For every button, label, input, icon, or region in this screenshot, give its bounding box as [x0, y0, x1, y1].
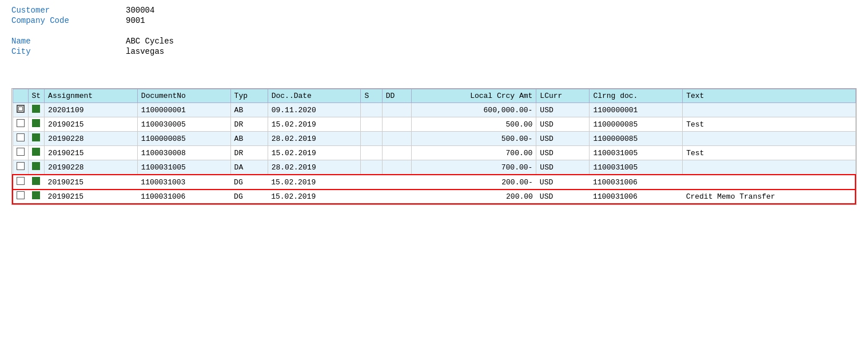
cell-assignment: 20190228 [45, 160, 138, 175]
row-checkbox-cell[interactable] [13, 103, 28, 117]
status-green-icon [32, 191, 40, 199]
customer-label: Customer [11, 6, 126, 15]
company-code-row: Company Code 9001 [11, 16, 857, 25]
cell-typ: DR [230, 146, 268, 160]
checkbox-icon[interactable] [17, 105, 25, 113]
col-header-s: S [361, 89, 382, 103]
cell-assignment: 20190215 [45, 190, 138, 204]
cell-text [683, 103, 855, 117]
col-header-clrng-doc: Clrng doc. [590, 89, 683, 103]
row-checkbox-cell[interactable] [13, 175, 28, 190]
city-row: City lasvegas [11, 47, 857, 56]
cell-text [683, 132, 855, 146]
cell-typ: DR [230, 117, 268, 132]
col-header-lcurr: LCurr [536, 89, 590, 103]
cell-text [683, 175, 855, 190]
city-label: City [11, 47, 126, 56]
cell-doc_date: 28.02.2019 [268, 160, 361, 175]
cell-documentno: 1100000001 [137, 103, 230, 117]
checkbox-icon[interactable] [17, 133, 25, 141]
cell-typ: AB [230, 132, 268, 146]
table-row: 201902151100031006DG15.02.2019200.00USD1… [13, 190, 855, 204]
col-header-typ: Typ [230, 89, 268, 103]
cell-s [361, 103, 382, 117]
cell-s [361, 117, 382, 132]
data-table: St Assignment DocumentNo Typ Doc..Date S… [12, 89, 856, 204]
cell-typ: DA [230, 160, 268, 175]
cell-text: Credit Memo Transfer [683, 190, 855, 204]
status-cell [28, 132, 45, 146]
cell-documentno: 1100030008 [137, 146, 230, 160]
cell-documentno: 1100000085 [137, 132, 230, 146]
col-header-checkbox [13, 89, 28, 103]
cell-clrng_doc: 1100000085 [590, 117, 683, 132]
cell-s [361, 190, 382, 204]
table-row: 201902151100030005DR15.02.2019500.00USD1… [13, 117, 855, 132]
cell-text: Test [683, 146, 855, 160]
row-checkbox-cell[interactable] [13, 190, 28, 204]
cell-doc_date: 09.11.2020 [268, 103, 361, 117]
status-cell [28, 175, 45, 190]
row-checkbox-cell[interactable] [13, 146, 28, 160]
table-row: 201902151100031003DG15.02.2019200.00-USD… [13, 175, 855, 190]
cell-typ: DG [230, 175, 268, 190]
checkbox-icon[interactable] [17, 119, 25, 127]
customer-value: 300004 [126, 6, 154, 15]
cell-documentno: 1100030005 [137, 117, 230, 132]
table-row: 201902281100031005DA28.02.2019700.00-USD… [13, 160, 855, 175]
checkbox-icon[interactable] [17, 148, 25, 156]
status-cell [28, 190, 45, 204]
cell-documentno: 1100031005 [137, 160, 230, 175]
row-checkbox-cell[interactable] [13, 132, 28, 146]
name-row: Name ABC Cycles [11, 37, 857, 46]
customer-row: Customer 300004 [11, 6, 857, 15]
checkbox-icon[interactable] [17, 191, 25, 199]
cell-doc_date: 15.02.2019 [268, 146, 361, 160]
cell-local_crcy_amt: 200.00- [411, 175, 536, 190]
cell-lcurr: USD [536, 160, 590, 175]
cell-lcurr: USD [536, 132, 590, 146]
cell-s [361, 175, 382, 190]
status-cell [28, 117, 45, 132]
cell-documentno: 1100031006 [137, 190, 230, 204]
cell-typ: AB [230, 103, 268, 117]
cell-assignment: 20190215 [45, 117, 138, 132]
cell-lcurr: USD [536, 103, 590, 117]
status-green-icon [32, 105, 40, 113]
row-checkbox-cell[interactable] [13, 160, 28, 175]
company-code-value: 9001 [126, 16, 145, 25]
status-cell [28, 146, 45, 160]
table-row: 201902281100000085AB28.02.2019500.00-USD… [13, 132, 855, 146]
cell-doc_date: 28.02.2019 [268, 132, 361, 146]
col-header-assignment: Assignment [45, 89, 138, 103]
main-page: Customer 300004 Company Code 9001 Name A… [0, 0, 868, 355]
cell-assignment: 20190215 [45, 146, 138, 160]
company-code-label: Company Code [11, 16, 126, 25]
col-header-doc-date: Doc..Date [268, 89, 361, 103]
checkbox-icon[interactable] [17, 162, 25, 170]
cell-dd [382, 146, 411, 160]
cell-typ: DG [230, 190, 268, 204]
cell-clrng_doc: 1100000001 [590, 103, 683, 117]
cell-local_crcy_amt: 500.00 [411, 117, 536, 132]
cell-clrng_doc: 1100031006 [590, 175, 683, 190]
cell-doc_date: 15.02.2019 [268, 117, 361, 132]
checkbox-icon[interactable] [17, 177, 25, 185]
cell-clrng_doc: 1100031006 [590, 190, 683, 204]
cell-clrng_doc: 1100031005 [590, 160, 683, 175]
data-table-container: St Assignment DocumentNo Typ Doc..Date S… [11, 88, 857, 205]
cell-doc_date: 15.02.2019 [268, 190, 361, 204]
status-green-icon [32, 133, 40, 141]
table-row: 201902151100030008DR15.02.2019700.00USD1… [13, 146, 855, 160]
table-body: 202011091100000001AB09.11.2020600,000.00… [13, 103, 855, 204]
cell-local_crcy_amt: 700.00- [411, 160, 536, 175]
cell-local_crcy_amt: 700.00 [411, 146, 536, 160]
col-header-local-crcy-amt: Local Crcy Amt [411, 89, 536, 103]
cell-dd [382, 160, 411, 175]
status-green-icon [32, 119, 40, 127]
col-header-dd: DD [382, 89, 411, 103]
status-cell [28, 160, 45, 175]
row-checkbox-cell[interactable] [13, 117, 28, 132]
cell-s [361, 132, 382, 146]
cell-local_crcy_amt: 500.00- [411, 132, 536, 146]
